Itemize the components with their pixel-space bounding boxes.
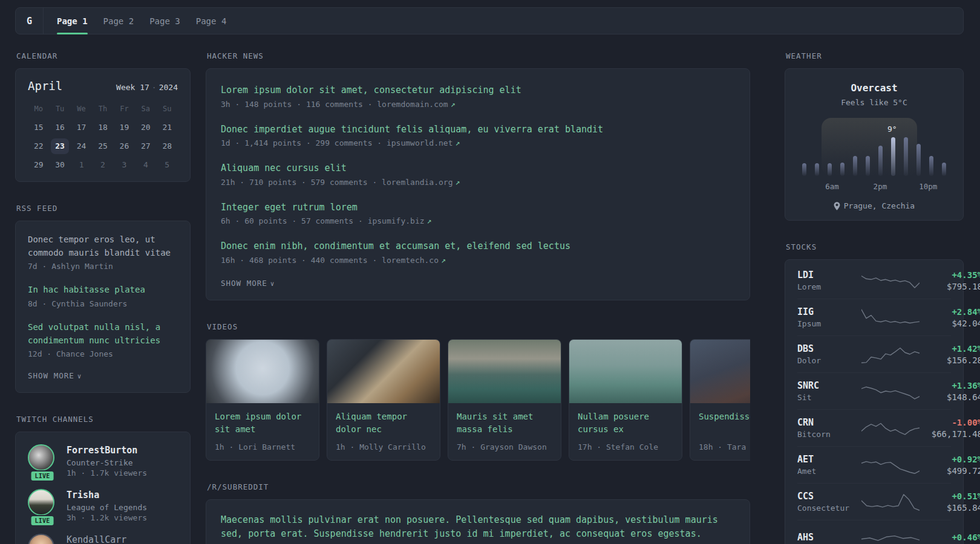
rss-show-more-button[interactable]: SHOW MORE∨ [28,371,178,380]
stock-row[interactable]: CRN Bitcorn -1.00% $66,171.48 [785,410,963,446]
page-tabs: Page 1 Page 2 Page 3 Page 4 [57,8,226,34]
app-logo[interactable]: G [16,8,44,34]
stock-row[interactable]: IIG Ipsum +2.84% $42.04 [785,299,963,335]
tab-page-2[interactable]: Page 2 [103,8,134,34]
stock-values: +0.51% $165.84 [920,491,980,513]
calendar-day: 3 [115,157,133,173]
external-link-icon[interactable]: ↗ [441,256,446,265]
calendar-weekday: Fr [115,101,133,117]
calendar-day: 24 [73,138,91,154]
video-card[interactable]: Lorem ipsum dolor sit amet consectetu… 1… [206,339,319,461]
rss-item-link[interactable]: Sed volutpat nulla nisl, a condimentum n… [28,321,178,347]
stock-id: CCS Consectetur [797,491,861,513]
video-card[interactable]: Nullam posuere cursus ex 17h · Stefan Co… [569,339,682,461]
calendar-header: April Week 17·2024 [28,79,178,92]
video-title-link[interactable]: Suspendisse diam [699,410,750,437]
video-title-link[interactable]: Lorem ipsum dolor sit amet consectetu… [215,410,310,437]
stock-row[interactable]: DBS Dolor +1.42% $156.28 [785,336,963,372]
stock-sparkline [861,455,920,475]
tab-page-1[interactable]: Page 1 [57,8,88,34]
tab-page-3[interactable]: Page 3 [149,8,180,34]
rss-item-link[interactable]: Donec tempor eros leo, ut commodo mauris… [28,233,178,259]
stock-values: -1.00% $66,171.48 [920,418,980,439]
avatar [28,444,54,471]
stock-change: +1.36% [920,381,980,390]
hn-show-more-button[interactable]: SHOW MORE∨ [221,279,735,288]
reddit-post-link[interactable]: Maecenas mollis pulvinar erat non posuer… [221,513,735,542]
stock-change: +0.92% [920,455,980,464]
stock-symbol: CRN [797,417,861,428]
hn-item-link[interactable]: Lorem ipsum dolor sit amet, consectetur … [221,83,735,97]
calendar-day: 5 [158,157,176,173]
hn-item-link[interactable]: Integer eget rutrum lorem [221,201,735,215]
stock-price: $42.04 [920,319,980,328]
weather-bar [916,144,921,176]
weather-section-title: WEATHER [786,51,964,60]
video-card[interactable]: Mauris sit amet massa felis 7h · Grayson… [448,339,561,461]
avatar [28,489,54,516]
stock-id: IIG Ipsum [797,306,861,328]
hn-item-link[interactable]: Aliquam nec cursus elit [221,161,735,175]
subreddit-section: /R/SUBREDDIT Maecenas mollis pulvinar er… [206,482,750,544]
video-row: Lorem ipsum dolor sit amet consectetu… 1… [206,339,750,461]
hn-item: Lorem ipsum dolor sit amet, consectetur … [221,83,735,109]
twitch-channel-category: League of Legends [67,503,147,512]
stock-row[interactable]: CCS Consectetur +0.51% $165.84 [785,484,963,520]
stocks-widget: LDI Lorem +4.35% $795.18 IIG Ipsum [785,259,964,544]
external-link-icon[interactable]: ↗ [456,138,460,147]
stock-change: +0.51% [920,491,980,501]
calendar-day: 1 [73,157,91,173]
twitch-avatar-wrap: LIVE [28,489,57,522]
twitch-channel-row[interactable]: KendallCarr [28,534,178,544]
stock-values: +1.42% $156.28 [920,344,980,365]
twitch-section: TWITCH CHANNELS LIVE ForrestBurton Count… [15,415,191,544]
twitch-channel-meta: 1h · 1.7k viewers [67,468,147,478]
rss-widget: Donec tempor eros leo, ut commodo mauris… [15,221,191,393]
twitch-channel-category: Counter-Strike [67,458,147,467]
twitch-widget: LIVE ForrestBurton Counter-Strike 1h · 1… [15,432,191,544]
stock-row[interactable]: LDI Lorem +4.35% $795.18 [785,262,963,299]
stock-row[interactable]: AHS +0.46% [785,520,963,544]
weather-bar [840,163,844,176]
hn-item-link[interactable]: Donec enim nibh, condimentum et accumsan… [221,239,735,253]
video-card[interactable]: Suspendisse diam 18h · Tara [690,339,750,461]
stock-id: LDI Lorem [797,270,861,291]
rss-section: RSS FEED Donec tempor eros leo, ut commo… [15,204,191,393]
video-meta: 1h · Lori Barnett [215,442,310,452]
weather-location: Prague, Czechia [797,201,951,210]
stock-symbol: AHS [797,532,861,543]
reddit-post: Maecenas mollis pulvinar erat non posuer… [221,513,735,544]
stock-row[interactable]: SNRC Sit +1.36% $148.64 [785,373,963,409]
external-link-icon[interactable]: ↗ [427,216,432,225]
stock-sparkline [861,307,920,328]
calendar-weekday: Mo [30,101,48,117]
video-meta: 1h · Molly Carrillo [336,442,431,452]
calendar-weekday: Sa [137,101,155,117]
calendar-section-title: CALENDAR [16,51,191,60]
video-title-link[interactable]: Nullam posuere cursus ex [578,410,673,437]
tab-page-4[interactable]: Page 4 [196,8,227,34]
video-thumbnail [569,340,682,403]
rss-item: In hac habitasse platea 8d · Cynthia Sau… [28,283,178,308]
video-title-link[interactable]: Mauris sit amet massa felis [457,410,552,437]
stock-price: $148.64 [920,392,980,402]
twitch-channel-name[interactable]: ForrestBurton [67,444,147,457]
twitch-channel-name[interactable]: KendallCarr [67,534,126,544]
stock-symbol: SNRC [797,380,861,391]
external-link-icon[interactable]: ↗ [451,100,456,109]
rss-item: Sed volutpat nulla nisl, a condimentum n… [28,321,178,358]
twitch-channel-row[interactable]: LIVE Trisha League of Legends 3h · 1.2k … [28,489,178,522]
stock-sparkline [861,381,920,401]
dot-separator: · [152,83,157,92]
hn-item-link[interactable]: Donec imperdiet augue tincidunt felis al… [221,123,735,137]
rss-item-link[interactable]: In hac habitasse platea [28,283,178,297]
twitch-channel-row[interactable]: LIVE ForrestBurton Counter-Strike 1h · 1… [28,444,178,478]
twitch-channel-name[interactable]: Trisha [67,489,147,502]
stock-row[interactable]: AET Amet +0.92% $499.72 [785,447,963,483]
stock-values: +1.36% $148.64 [920,381,980,402]
video-title-link[interactable]: Aliquam tempor dolor nec pharetra… [336,410,431,437]
weather-chart: 9° [802,125,946,176]
external-link-icon[interactable]: ↗ [456,178,460,187]
weather-feels-like: Feels like 5°C [797,98,951,107]
video-card[interactable]: Aliquam tempor dolor nec pharetra… 1h · … [327,339,440,461]
